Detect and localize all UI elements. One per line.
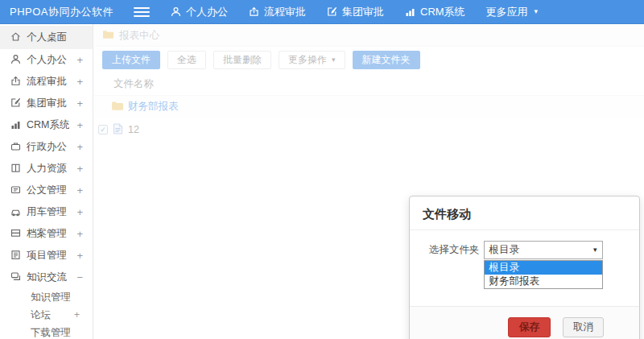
dropdown-option-finance-reports[interactable]: 财务部报表: [485, 275, 602, 288]
sidebar-subitem-knowledge-mgmt[interactable]: 知识管理: [0, 288, 93, 306]
selected-folder-value: 根目录: [489, 243, 520, 257]
bar-chart-icon: [405, 6, 415, 17]
topnav-crm[interactable]: CRM系统: [405, 5, 465, 19]
collapse-minus-icon[interactable]: −: [76, 271, 83, 283]
sidebar-item-documents[interactable]: 公文管理 +: [0, 180, 93, 201]
topnav-more-apps[interactable]: 更多应用 ▾: [486, 5, 539, 19]
sidebar-item-hr[interactable]: 人力资源 +: [0, 158, 93, 180]
sidebar-subitem-downloads[interactable]: 下载管理: [0, 324, 93, 339]
car-icon: [10, 206, 27, 219]
edit-icon: [10, 97, 27, 110]
dialog-body: 选择文件夹 根目录 ▾ 根目录 财务部报表: [410, 230, 639, 305]
sidebar-item-knowledge[interactable]: 知识交流 −: [0, 267, 93, 288]
folder-select[interactable]: 根目录 ▾ 根目录 财务部报表: [484, 241, 603, 259]
folder-select-dropdown: 根目录 财务部报表: [484, 260, 603, 289]
sidebar-item-personal-office[interactable]: 个人办公 +: [0, 49, 93, 71]
app-logo: PHPOA协同办公软件: [10, 5, 130, 19]
cancel-button[interactable]: 取消: [563, 317, 604, 337]
file-move-dialog: 文件移动 选择文件夹 根目录 ▾ 根目录 财务部报表 保存 取消: [409, 196, 640, 339]
topbar: PHPOA协同办公软件 个人办公 流程审批 集团审批 CRM系统 更多应用 ▾: [0, 0, 644, 24]
home-icon: [10, 31, 27, 44]
expand-plus-icon[interactable]: +: [76, 119, 83, 131]
sidebar-item-group-approval[interactable]: 集团审批 +: [0, 93, 93, 114]
dialog-footer: 保存 取消: [410, 306, 639, 339]
expand-plus-icon[interactable]: +: [76, 228, 83, 240]
user-icon: [10, 54, 27, 67]
sidebar-item-workflow-approval[interactable]: 流程审批 +: [0, 71, 93, 93]
expand-plus-icon[interactable]: +: [76, 97, 83, 110]
upload-icon: [10, 76, 27, 89]
expand-plus-icon[interactable]: +: [74, 309, 80, 320]
sidebar-subitem-forum[interactable]: 论坛 +: [0, 306, 93, 324]
bar-chart-icon: [10, 119, 27, 132]
sidebar-item-archives[interactable]: 档案管理 +: [0, 223, 93, 245]
dialog-title: 文件移动: [423, 207, 471, 221]
top-nav: 个人办公 流程审批 集团审批 CRM系统 更多应用 ▾: [171, 5, 559, 19]
topnav-workflow-approval[interactable]: 流程审批: [249, 5, 306, 19]
sidebar-item-projects[interactable]: 项目管理 +: [0, 245, 93, 267]
briefcase-icon: [10, 141, 27, 154]
expand-plus-icon[interactable]: +: [76, 206, 83, 218]
expand-plus-icon[interactable]: +: [76, 184, 83, 196]
expand-plus-icon[interactable]: +: [76, 54, 83, 66]
sidebar-item-desktop[interactable]: 个人桌面: [0, 26, 93, 49]
sidebar-item-vehicles[interactable]: 用车管理 +: [0, 201, 93, 223]
select-folder-label: 选择文件夹: [429, 241, 480, 259]
topnav-personal-office[interactable]: 个人办公: [171, 5, 228, 19]
sidebar-item-admin-office[interactable]: 行政办公 +: [0, 136, 93, 158]
menu-toggle-icon[interactable]: [134, 7, 150, 17]
sidebar: 个人桌面 个人办公 + 流程审批 + 集团审批 + CRM系统 + 行政办公 +…: [0, 24, 93, 339]
upload-icon: [249, 6, 259, 17]
edit-icon: [327, 6, 337, 17]
expand-plus-icon[interactable]: +: [76, 141, 83, 153]
sidebar-item-crm[interactable]: CRM系统 +: [0, 114, 93, 136]
clipboard-icon: [10, 250, 27, 263]
dropdown-option-root[interactable]: 根目录: [485, 261, 602, 275]
expand-plus-icon[interactable]: +: [76, 76, 83, 88]
expand-plus-icon[interactable]: +: [76, 163, 83, 175]
chat-icon: [10, 271, 27, 284]
caret-down-icon: ▾: [535, 8, 539, 15]
dialog-header: 文件移动: [410, 196, 639, 230]
save-button[interactable]: 保存: [508, 317, 551, 337]
topnav-group-approval[interactable]: 集团审批: [327, 5, 384, 19]
user-icon: [171, 6, 181, 17]
document-icon: [10, 184, 27, 197]
expand-plus-icon[interactable]: +: [76, 250, 83, 262]
archive-icon: [10, 228, 27, 241]
caret-down-icon: ▾: [593, 246, 597, 254]
book-icon: [10, 163, 27, 176]
